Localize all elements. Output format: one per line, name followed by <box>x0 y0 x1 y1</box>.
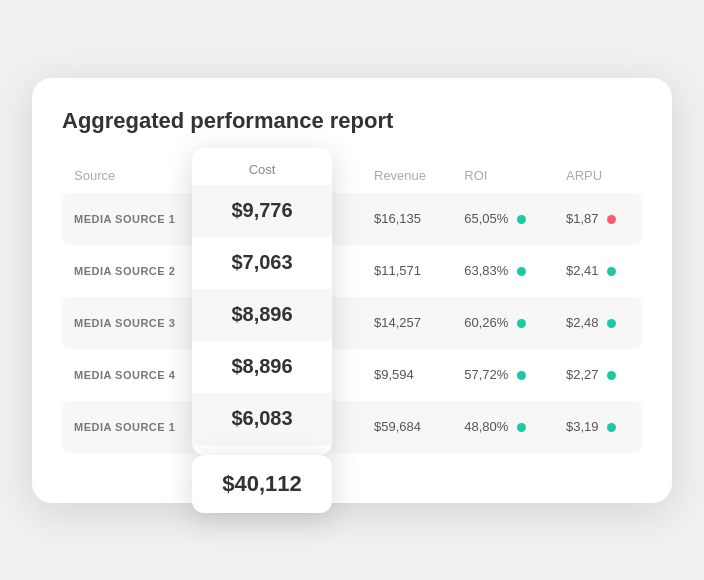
cost-value-5: $6,083 <box>231 407 292 430</box>
data-table: Source Cost Revenue ROI ARPU MEDIA SOURC… <box>62 158 642 453</box>
table-header-row: Source Cost Revenue ROI ARPU <box>62 158 642 193</box>
arpu-cell: $2,27 <box>554 349 642 401</box>
table-area: Cost $9,776 $7,063 $8,896 $8,896 $6,083 … <box>62 158 642 453</box>
roi-dot <box>517 371 526 380</box>
arpu-dot <box>607 423 616 432</box>
cost-card: Cost $9,776 $7,063 $8,896 $8,896 $6,083 <box>192 148 332 455</box>
cost-header: Cost <box>192 148 332 185</box>
arpu-cell: $3,19 <box>554 401 642 453</box>
arpu-cell: $2,48 <box>554 297 642 349</box>
cost-row-3: $8,896 <box>192 289 332 341</box>
table-row: MEDIA SOURCE 1 $6,083 $59,684 48,80% $3,… <box>62 401 642 453</box>
arpu-dot <box>607 215 616 224</box>
table-row: MEDIA SOURCE 3 $8,896 $14,257 60,26% $2,… <box>62 297 642 349</box>
table-row: MEDIA SOURCE 1 $9,776 $16,135 65,05% $1,… <box>62 193 642 245</box>
source-label: MEDIA SOURCE 2 <box>74 265 175 277</box>
roi-dot <box>517 423 526 432</box>
roi-cell: 63,83% <box>452 245 554 297</box>
cost-row-4: $8,896 <box>192 341 332 393</box>
arpu-cell: $1,87 <box>554 193 642 245</box>
roi-cell: 48,80% <box>452 401 554 453</box>
revenue-cell: $9,594 <box>362 349 452 401</box>
revenue-header: Revenue <box>362 158 452 193</box>
cost-value-1: $9,776 <box>231 199 292 222</box>
revenue-cell: $16,135 <box>362 193 452 245</box>
roi-cell: 60,26% <box>452 297 554 349</box>
source-label: MEDIA SOURCE 4 <box>74 369 175 381</box>
cost-value-2: $7,063 <box>231 251 292 274</box>
roi-cell: 57,72% <box>452 349 554 401</box>
arpu-dot <box>607 319 616 328</box>
source-label: MEDIA SOURCE 1 <box>74 213 175 225</box>
report-title: Aggregated performance report <box>62 108 642 134</box>
cost-row-2: $7,063 <box>192 237 332 289</box>
revenue-cell: $14,257 <box>362 297 452 349</box>
roi-dot <box>517 319 526 328</box>
source-label: MEDIA SOURCE 3 <box>74 317 175 329</box>
table-row: MEDIA SOURCE 4 $8,896 $9,594 57,72% $2,2… <box>62 349 642 401</box>
cost-value-4: $8,896 <box>231 355 292 378</box>
total-pill: $40,112 <box>192 455 332 513</box>
roi-dot <box>517 215 526 224</box>
total-cost-value: $40,112 <box>222 471 302 496</box>
table-row: MEDIA SOURCE 2 $7,063 $11,571 63,83% $2,… <box>62 245 642 297</box>
arpu-cell: $2,41 <box>554 245 642 297</box>
arpu-header: ARPU <box>554 158 642 193</box>
roi-cell: 65,05% <box>452 193 554 245</box>
arpu-dot <box>607 371 616 380</box>
source-label: MEDIA SOURCE 1 <box>74 421 175 433</box>
cost-row-1: $9,776 <box>192 185 332 237</box>
roi-header: ROI <box>452 158 554 193</box>
report-card: Aggregated performance report Cost $9,77… <box>32 78 672 503</box>
arpu-dot <box>607 267 616 276</box>
cost-value-3: $8,896 <box>231 303 292 326</box>
revenue-cell: $59,684 <box>362 401 452 453</box>
roi-dot <box>517 267 526 276</box>
revenue-cell: $11,571 <box>362 245 452 297</box>
cost-row-5: $6,083 <box>192 393 332 445</box>
